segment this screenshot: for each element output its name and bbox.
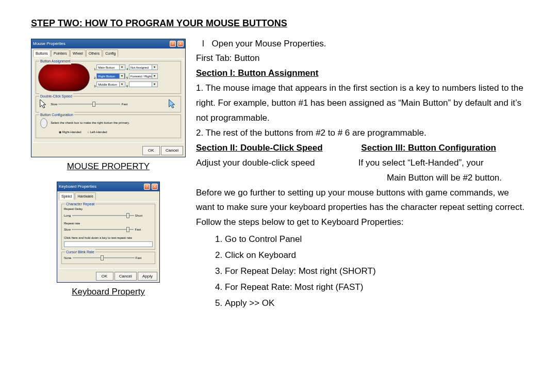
- section-text-row: Adjust your double-click speed If you se…: [196, 156, 526, 171]
- step-item: Go to Control Panel: [225, 232, 526, 247]
- tab-config[interactable]: Config: [103, 50, 118, 57]
- repeat-delay-slider[interactable]: [72, 214, 134, 218]
- group-button-config: Button Configuration Select the check bo…: [36, 115, 181, 138]
- cursor-blink-slider[interactable]: [73, 256, 135, 260]
- pointer-icon-blue: [167, 99, 178, 110]
- ok-button[interactable]: OK: [96, 272, 113, 281]
- mouse-window-titlebar: Mouse Properties ? X: [31, 39, 185, 48]
- section-row: Section II: Double-Click Speed Section I…: [196, 141, 526, 156]
- first-tab-line: First Tab: Button: [196, 51, 526, 66]
- cancel-button[interactable]: Cancel: [114, 272, 137, 281]
- keyboard-properties-window: Keyboard Properties ? X Speed Hardware C…: [57, 182, 160, 283]
- section3-text2: Main Button will be #2 button.: [196, 171, 526, 186]
- section3-heading: Section III: Button Configuration: [361, 141, 496, 156]
- mouse-window-title: Mouse Properties: [33, 40, 65, 47]
- help-icon[interactable]: ?: [170, 41, 176, 47]
- button2-dropdown[interactable]: Right Button: [96, 73, 125, 79]
- kbd-tabs: Speed Hardware: [57, 191, 159, 200]
- open-text: Open your Mouse Properties.: [212, 39, 326, 48]
- before-paragraph: Before we go further to setting up your …: [196, 186, 526, 231]
- short-label: Short: [135, 214, 142, 217]
- config-text: Select the check box to make the right b…: [51, 122, 129, 125]
- button6-dropdown[interactable]: [129, 81, 158, 87]
- tab-buttons[interactable]: Buttons: [33, 50, 51, 57]
- section1-para2: 2. The rest of the buttons from #2 to # …: [196, 126, 526, 141]
- tab-speed[interactable]: Speed: [59, 192, 74, 200]
- tab-hardware[interactable]: Hardware: [75, 192, 95, 200]
- slow-label: Slow: [51, 103, 57, 106]
- open-line: l Open your Mouse Properties.: [196, 37, 526, 52]
- tab-wheel[interactable]: Wheel: [70, 50, 86, 57]
- radio-right-handed[interactable]: Right-Handed: [62, 130, 81, 134]
- group-char-repeat: Character Repeat Repeat Delay Long Short…: [61, 204, 155, 250]
- button4-dropdown[interactable]: Not Assigned: [129, 64, 158, 70]
- repeat-rate-label: Repeat rate: [64, 221, 153, 226]
- keyboard-caption: Keyboard Property: [31, 285, 186, 300]
- fast-label: Fast: [122, 103, 128, 106]
- left-column: Mouse Properties ? X Buttons Pointers Wh…: [31, 37, 186, 312]
- group-cursor-blink: Cursor Blink Rate None Fast: [61, 252, 155, 264]
- tab-others[interactable]: Others: [86, 50, 102, 57]
- section1-para1: 1. The mouse image that appears in the f…: [196, 81, 526, 126]
- bullet-icon: l: [202, 39, 204, 48]
- two-column-layout: Mouse Properties ? X Buttons Pointers Wh…: [31, 37, 526, 312]
- none-label: None: [64, 256, 71, 259]
- repeat-rate-slider[interactable]: [72, 227, 134, 232]
- button5-dropdown[interactable]: Forward / Right Click: [129, 73, 158, 79]
- section2-heading: Section II: Double-Click Speed: [196, 141, 323, 156]
- group-button-assignment: Button Assignment 1 Main Button 4 Not As…: [36, 61, 181, 94]
- fast-label: Fast: [135, 228, 141, 231]
- step-item: For Repeat Delay: Most right (SHORT): [225, 264, 526, 279]
- button1-dropdown[interactable]: Main Button: [96, 64, 125, 70]
- right-column: l Open your Mouse Properties. First Tab:…: [196, 37, 526, 312]
- group-title: Character Repeat: [65, 201, 95, 207]
- group-title: Button Assignment: [39, 58, 71, 64]
- svg-point-0: [41, 119, 47, 128]
- step-item: For Repeat Rate: Most right (FAST): [225, 280, 526, 295]
- apply-button[interactable]: Apply: [138, 272, 157, 281]
- step-item: Click on Keyboard: [225, 248, 526, 263]
- help-icon[interactable]: ?: [144, 184, 150, 190]
- fast-label: Fast: [136, 256, 142, 259]
- group-title: Double-Click Speed: [39, 93, 73, 100]
- control-panel-steps: Go to Control Panel Click on Keyboard Fo…: [225, 232, 526, 311]
- section2-text: Adjust your double-click speed: [196, 156, 356, 171]
- long-label: Long: [64, 214, 71, 217]
- section3-text1: If you select “Left-Handed”, your: [358, 158, 484, 168]
- tab-pointers[interactable]: Pointers: [51, 50, 70, 57]
- double-click-slider[interactable]: [58, 102, 120, 106]
- test-input[interactable]: [64, 241, 153, 247]
- button3-dropdown[interactable]: Middle Button: [96, 81, 125, 87]
- pointer-icon: [38, 99, 50, 110]
- close-icon[interactable]: X: [152, 184, 158, 190]
- step-item: Apply >> OK: [225, 296, 526, 311]
- kbd-window-titlebar: Keyboard Properties ? X: [57, 182, 159, 191]
- cancel-button[interactable]: Cancel: [161, 146, 183, 155]
- slow-label: Slow: [64, 228, 71, 231]
- mouse-icon: [38, 117, 50, 128]
- group-double-click: Double-Click Speed Slow Fast: [36, 96, 181, 112]
- close-icon[interactable]: X: [177, 41, 184, 47]
- mouse-caption: MOUSE PROPERTY: [31, 159, 186, 174]
- kbd-window-title: Keyboard Properties: [59, 183, 96, 190]
- page-title: STEP TWO: HOW TO PROGRAM YOUR MOUSE BUTT…: [31, 15, 526, 31]
- group-title: Cursor Blink Rate: [65, 249, 95, 255]
- radio-left-handed[interactable]: Left-Handed: [90, 130, 107, 134]
- test-text: Click here and hold down a key to test r…: [64, 235, 153, 240]
- mouse-image-icon: [38, 63, 90, 91]
- mouse-properties-window: Mouse Properties ? X Buttons Pointers Wh…: [31, 39, 186, 157]
- mouse-tabs: Buttons Pointers Wheel Others Config: [31, 48, 185, 57]
- section1-heading: Section I: Button Assignment: [196, 66, 318, 81]
- group-title: Button Configuration: [39, 112, 74, 118]
- ok-button[interactable]: OK: [142, 146, 160, 155]
